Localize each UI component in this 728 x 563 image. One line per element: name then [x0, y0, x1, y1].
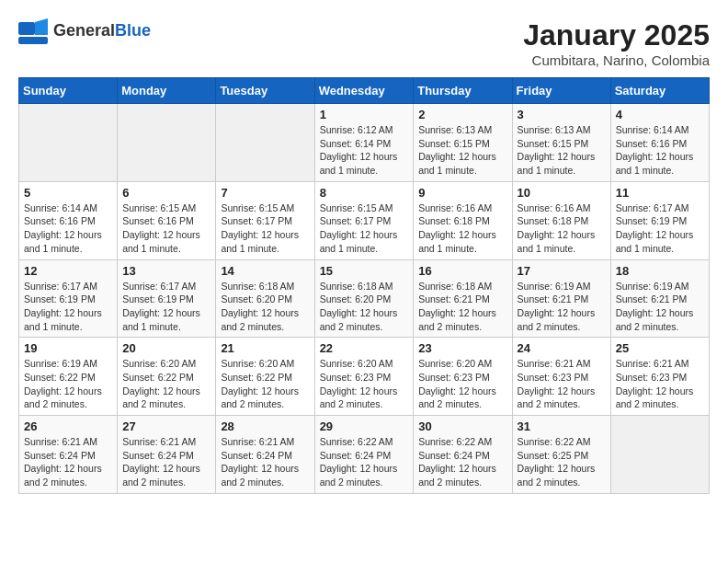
calendar-week-row: 12Sunrise: 6:17 AM Sunset: 6:19 PM Dayli… — [19, 259, 710, 338]
calendar-cell: 28Sunrise: 6:21 AM Sunset: 6:24 PM Dayli… — [216, 416, 314, 494]
day-info: Sunrise: 6:16 AM Sunset: 6:18 PM Dayligh… — [418, 201, 506, 256]
calendar-cell: 11Sunrise: 6:17 AM Sunset: 6:19 PM Dayli… — [610, 181, 709, 259]
day-of-week-header: Tuesday — [216, 78, 314, 104]
calendar-cell: 16Sunrise: 6:18 AM Sunset: 6:21 PM Dayli… — [414, 259, 512, 338]
day-number: 1 — [320, 108, 409, 121]
calendar-week-row: 26Sunrise: 6:21 AM Sunset: 6:24 PM Dayli… — [19, 416, 710, 494]
day-info: Sunrise: 6:14 AM Sunset: 6:16 PM Dayligh… — [24, 201, 112, 256]
day-number: 22 — [320, 341, 409, 355]
day-number: 26 — [24, 419, 112, 433]
day-of-week-header: Thursday — [414, 78, 512, 104]
day-number: 27 — [122, 419, 210, 433]
day-info: Sunrise: 6:15 AM Sunset: 6:17 PM Dayligh… — [221, 201, 309, 256]
day-number: 17 — [518, 264, 606, 278]
day-info: Sunrise: 6:19 AM Sunset: 6:22 PM Dayligh… — [24, 357, 112, 411]
calendar-cell — [216, 104, 314, 182]
calendar-cell: 2Sunrise: 6:13 AM Sunset: 6:15 PM Daylig… — [414, 104, 512, 182]
day-of-week-header: Sunday — [19, 78, 118, 104]
day-number: 23 — [418, 341, 506, 355]
day-info: Sunrise: 6:17 AM Sunset: 6:19 PM Dayligh… — [616, 201, 704, 256]
logo-general: General — [53, 21, 115, 40]
day-info: Sunrise: 6:20 AM Sunset: 6:22 PM Dayligh… — [221, 357, 309, 411]
day-number: 13 — [122, 264, 210, 278]
day-info: Sunrise: 6:18 AM Sunset: 6:20 PM Dayligh… — [320, 280, 409, 334]
logo: GeneralBlue — [18, 18, 151, 44]
calendar-cell: 1Sunrise: 6:12 AM Sunset: 6:14 PM Daylig… — [314, 104, 414, 182]
day-info: Sunrise: 6:21 AM Sunset: 6:24 PM Dayligh… — [221, 435, 309, 489]
day-info: Sunrise: 6:20 AM Sunset: 6:23 PM Dayligh… — [418, 357, 506, 411]
page-header: GeneralBlue January 2025 Cumbitara, Nari… — [18, 18, 710, 68]
day-info: Sunrise: 6:13 AM Sunset: 6:15 PM Dayligh… — [518, 123, 606, 178]
day-number: 3 — [518, 108, 606, 121]
day-number: 11 — [616, 186, 704, 200]
calendar-cell: 20Sunrise: 6:20 AM Sunset: 6:22 PM Dayli… — [118, 338, 216, 416]
calendar-cell: 9Sunrise: 6:16 AM Sunset: 6:18 PM Daylig… — [414, 181, 512, 259]
calendar-cell: 30Sunrise: 6:22 AM Sunset: 6:24 PM Dayli… — [414, 416, 512, 494]
calendar-table: SundayMondayTuesdayWednesdayThursdayFrid… — [18, 77, 710, 494]
day-info: Sunrise: 6:21 AM Sunset: 6:24 PM Dayligh… — [122, 435, 210, 489]
day-info: Sunrise: 6:19 AM Sunset: 6:21 PM Dayligh… — [616, 280, 704, 334]
calendar-week-row: 19Sunrise: 6:19 AM Sunset: 6:22 PM Dayli… — [19, 338, 710, 416]
day-number: 9 — [418, 186, 506, 200]
calendar-cell — [610, 416, 709, 494]
day-info: Sunrise: 6:13 AM Sunset: 6:15 PM Dayligh… — [418, 123, 506, 178]
day-number: 2 — [418, 108, 506, 121]
calendar-cell: 12Sunrise: 6:17 AM Sunset: 6:19 PM Dayli… — [19, 259, 118, 338]
day-number: 16 — [418, 264, 506, 278]
day-info: Sunrise: 6:18 AM Sunset: 6:20 PM Dayligh… — [221, 280, 309, 334]
calendar-cell: 10Sunrise: 6:16 AM Sunset: 6:18 PM Dayli… — [512, 181, 610, 259]
day-info: Sunrise: 6:17 AM Sunset: 6:19 PM Dayligh… — [24, 280, 112, 334]
calendar-cell: 17Sunrise: 6:19 AM Sunset: 6:21 PM Dayli… — [512, 259, 610, 338]
day-of-week-header: Saturday — [610, 78, 709, 104]
location-subtitle: Cumbitara, Narino, Colombia — [523, 52, 710, 68]
day-info: Sunrise: 6:21 AM Sunset: 6:23 PM Dayligh… — [616, 357, 704, 411]
calendar-cell: 18Sunrise: 6:19 AM Sunset: 6:21 PM Dayli… — [610, 259, 709, 338]
day-number: 20 — [122, 341, 210, 355]
day-info: Sunrise: 6:20 AM Sunset: 6:23 PM Dayligh… — [320, 357, 409, 411]
calendar-cell: 24Sunrise: 6:21 AM Sunset: 6:23 PM Dayli… — [512, 338, 610, 416]
day-number: 14 — [221, 264, 309, 278]
calendar-cell: 22Sunrise: 6:20 AM Sunset: 6:23 PM Dayli… — [314, 338, 414, 416]
day-number: 30 — [418, 419, 506, 433]
day-info: Sunrise: 6:17 AM Sunset: 6:19 PM Dayligh… — [122, 280, 210, 334]
day-info: Sunrise: 6:14 AM Sunset: 6:16 PM Dayligh… — [616, 123, 704, 178]
day-number: 28 — [221, 419, 309, 433]
day-number: 6 — [122, 186, 210, 200]
calendar-cell — [19, 104, 118, 182]
day-number: 18 — [616, 264, 704, 278]
calendar-week-row: 5Sunrise: 6:14 AM Sunset: 6:16 PM Daylig… — [19, 181, 710, 259]
calendar-cell: 7Sunrise: 6:15 AM Sunset: 6:17 PM Daylig… — [216, 181, 314, 259]
logo-blue: Blue — [115, 21, 151, 40]
calendar-cell: 23Sunrise: 6:20 AM Sunset: 6:23 PM Dayli… — [414, 338, 512, 416]
calendar-cell: 29Sunrise: 6:22 AM Sunset: 6:24 PM Dayli… — [314, 416, 414, 494]
calendar-cell: 6Sunrise: 6:15 AM Sunset: 6:16 PM Daylig… — [118, 181, 216, 259]
calendar-cell — [118, 104, 216, 182]
calendar-cell: 13Sunrise: 6:17 AM Sunset: 6:19 PM Dayli… — [118, 259, 216, 338]
day-number: 8 — [320, 186, 409, 200]
day-number: 4 — [616, 108, 704, 121]
svg-rect-2 — [18, 37, 48, 44]
day-info: Sunrise: 6:16 AM Sunset: 6:18 PM Dayligh… — [518, 201, 606, 256]
day-number: 24 — [518, 341, 606, 355]
day-info: Sunrise: 6:21 AM Sunset: 6:23 PM Dayligh… — [518, 357, 606, 411]
day-number: 10 — [518, 186, 606, 200]
svg-marker-1 — [35, 18, 48, 35]
title-block: January 2025 Cumbitara, Narino, Colombia — [523, 18, 710, 68]
calendar-cell: 14Sunrise: 6:18 AM Sunset: 6:20 PM Dayli… — [216, 259, 314, 338]
day-number: 5 — [24, 186, 112, 200]
calendar-cell: 27Sunrise: 6:21 AM Sunset: 6:24 PM Dayli… — [118, 416, 216, 494]
calendar-cell: 26Sunrise: 6:21 AM Sunset: 6:24 PM Dayli… — [19, 416, 118, 494]
calendar-cell: 4Sunrise: 6:14 AM Sunset: 6:16 PM Daylig… — [610, 104, 709, 182]
calendar-week-row: 1Sunrise: 6:12 AM Sunset: 6:14 PM Daylig… — [19, 104, 710, 182]
day-number: 29 — [320, 419, 409, 433]
day-info: Sunrise: 6:18 AM Sunset: 6:21 PM Dayligh… — [418, 280, 506, 334]
day-info: Sunrise: 6:15 AM Sunset: 6:17 PM Dayligh… — [320, 201, 409, 256]
day-info: Sunrise: 6:15 AM Sunset: 6:16 PM Dayligh… — [122, 201, 210, 256]
day-of-week-header: Monday — [118, 78, 216, 104]
day-number: 31 — [518, 419, 606, 433]
day-number: 12 — [24, 264, 112, 278]
day-of-week-header: Wednesday — [314, 78, 414, 104]
calendar-cell: 8Sunrise: 6:15 AM Sunset: 6:17 PM Daylig… — [314, 181, 414, 259]
calendar-cell: 31Sunrise: 6:22 AM Sunset: 6:25 PM Dayli… — [512, 416, 610, 494]
day-info: Sunrise: 6:22 AM Sunset: 6:24 PM Dayligh… — [418, 435, 506, 489]
